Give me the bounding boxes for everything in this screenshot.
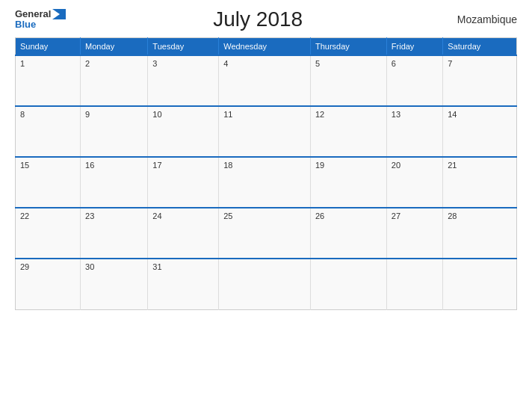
calendar-day-30: 30 xyxy=(81,259,148,309)
calendar-day-7: 7 xyxy=(443,55,517,106)
calendar-day-11: 11 xyxy=(219,106,311,157)
calendar-day-21: 21 xyxy=(443,157,517,208)
day-number: 27 xyxy=(392,211,400,220)
day-number: 14 xyxy=(448,110,457,119)
day-header-monday: Monday xyxy=(81,38,148,56)
logo: General Blue xyxy=(15,9,66,31)
day-number: 10 xyxy=(152,110,161,119)
day-header-wednesday: Wednesday xyxy=(219,38,311,56)
month-title: July 2018 xyxy=(66,7,450,31)
calendar-day-empty xyxy=(310,259,386,309)
day-number: 26 xyxy=(315,211,324,220)
day-header-friday: Friday xyxy=(386,38,442,56)
calendar-day-22: 22 xyxy=(16,208,81,259)
calendar-day-28: 28 xyxy=(443,208,517,259)
calendar-day-5: 5 xyxy=(310,55,386,106)
calendar-day-3: 3 xyxy=(148,55,219,106)
calendar-day-19: 19 xyxy=(310,157,386,208)
day-number: 6 xyxy=(392,59,396,68)
day-header-sunday: Sunday xyxy=(16,38,81,56)
day-number: 4 xyxy=(223,59,228,68)
day-header-thursday: Thursday xyxy=(310,38,386,56)
calendar-day-13: 13 xyxy=(386,106,442,157)
calendar-day-2: 2 xyxy=(81,55,148,106)
calendar-day-29: 29 xyxy=(16,259,81,309)
logo-flag-icon xyxy=(52,9,66,19)
calendar-week-row: 293031 xyxy=(16,259,517,309)
logo-blue-text: Blue xyxy=(15,19,36,30)
calendar-day-8: 8 xyxy=(16,106,81,157)
day-number: 16 xyxy=(85,161,94,170)
day-number: 2 xyxy=(85,59,90,68)
day-header-saturday: Saturday xyxy=(443,38,517,56)
calendar-week-row: 15161718192021 xyxy=(16,157,517,208)
days-header-row: SundayMondayTuesdayWednesdayThursdayFrid… xyxy=(16,38,517,56)
calendar-day-empty xyxy=(443,259,517,309)
day-number: 31 xyxy=(152,262,161,271)
calendar-day-17: 17 xyxy=(148,157,219,208)
calendar-day-empty xyxy=(386,259,442,309)
calendar-day-20: 20 xyxy=(386,157,442,208)
day-number: 19 xyxy=(315,161,324,170)
calendar-day-10: 10 xyxy=(148,106,219,157)
logo-general-text: General xyxy=(15,9,51,19)
calendar-day-14: 14 xyxy=(443,106,517,157)
day-number: 13 xyxy=(392,110,400,119)
calendar-day-26: 26 xyxy=(310,208,386,259)
day-number: 15 xyxy=(20,161,29,170)
calendar-week-row: 1234567 xyxy=(16,55,517,106)
day-number: 3 xyxy=(152,59,157,68)
day-number: 1 xyxy=(20,59,25,68)
day-number: 24 xyxy=(152,211,161,220)
calendar-day-1: 1 xyxy=(16,55,81,106)
day-number: 28 xyxy=(448,211,457,220)
calendar-day-31: 31 xyxy=(148,259,219,309)
calendar-day-24: 24 xyxy=(148,208,219,259)
day-number: 25 xyxy=(223,211,232,220)
calendar-day-18: 18 xyxy=(219,157,311,208)
day-number: 7 xyxy=(448,59,452,68)
calendar-day-23: 23 xyxy=(81,208,148,259)
calendar-day-4: 4 xyxy=(219,55,311,106)
day-number: 22 xyxy=(20,211,29,220)
calendar-day-16: 16 xyxy=(81,157,148,208)
day-number: 29 xyxy=(20,262,29,271)
day-header-tuesday: Tuesday xyxy=(148,38,219,56)
calendar-week-row: 891011121314 xyxy=(16,106,517,157)
day-number: 17 xyxy=(152,161,161,170)
day-number: 11 xyxy=(223,110,232,119)
calendar-week-row: 22232425262728 xyxy=(16,208,517,259)
header: General Blue July 2018 Mozambique xyxy=(15,7,517,31)
calendar-day-27: 27 xyxy=(386,208,442,259)
calendar-day-15: 15 xyxy=(16,157,81,208)
day-number: 12 xyxy=(315,110,324,119)
day-number: 21 xyxy=(448,161,457,170)
day-number: 20 xyxy=(392,161,400,170)
day-number: 5 xyxy=(315,59,320,68)
calendar-day-12: 12 xyxy=(310,106,386,157)
calendar-day-9: 9 xyxy=(81,106,148,157)
country-label: Mozambique xyxy=(450,13,517,25)
calendar-day-empty xyxy=(219,259,311,309)
calendar-day-6: 6 xyxy=(386,55,442,106)
day-number: 8 xyxy=(20,110,25,119)
day-number: 9 xyxy=(85,110,90,119)
day-number: 18 xyxy=(223,161,232,170)
calendar-day-25: 25 xyxy=(219,208,311,259)
day-number: 23 xyxy=(85,211,94,220)
day-number: 30 xyxy=(85,262,94,271)
calendar-table: SundayMondayTuesdayWednesdayThursdayFrid… xyxy=(15,37,517,310)
